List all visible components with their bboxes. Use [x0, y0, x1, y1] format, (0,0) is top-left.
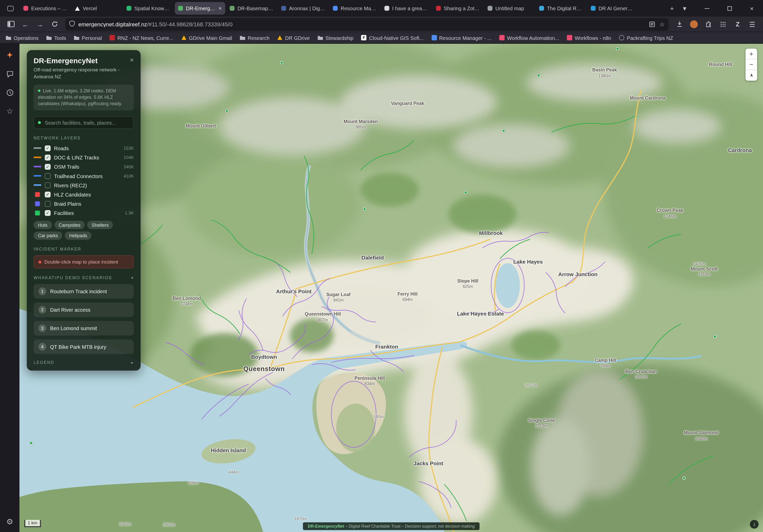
- layer-row[interactable]: Facilities 1.3K: [34, 208, 134, 218]
- bookmark-item[interactable]: GDrive Main Gmail: [181, 35, 232, 41]
- map-viewport[interactable]: Queenstown Frankton Boydtown Mil: [20, 44, 763, 532]
- bookmark-item[interactable]: Workflow Automation...: [499, 35, 559, 41]
- list-all-tabs-button[interactable]: ▾: [678, 3, 691, 14]
- layer-row[interactable]: Trailhead Connectors 410K: [34, 171, 134, 180]
- bookmarks-star-icon[interactable]: ☆: [4, 105, 16, 117]
- bookmark-item[interactable]: F Cloud-Native GIS Soft...: [361, 35, 423, 41]
- bookmark-item[interactable]: DR GDrive: [277, 35, 310, 41]
- layer-checkbox[interactable]: [45, 210, 51, 216]
- tab-strip: Executions – n8n × Vercel × Spatial Know…: [20, 2, 666, 15]
- facility-chip[interactable]: Huts: [34, 221, 52, 229]
- browser-tab[interactable]: DR-Basemap - Digital ×: [226, 2, 277, 15]
- demo-scenarios-heading[interactable]: WHAKATIPU DEMO SCENARIOS▾: [34, 275, 134, 280]
- chat-bubble-icon[interactable]: [4, 68, 16, 80]
- layer-row[interactable]: OSM Trails 340K: [34, 162, 134, 171]
- new-tab-button[interactable]: +: [666, 3, 678, 14]
- layer-row[interactable]: HLZ Candidates: [34, 190, 134, 199]
- layer-checkbox[interactable]: [45, 145, 51, 151]
- apps-grid-icon[interactable]: [716, 18, 730, 30]
- chevron-down-icon[interactable]: ▾: [131, 276, 134, 280]
- info-button[interactable]: i: [750, 520, 759, 529]
- scenario-button[interactable]: 4 QT Bike Park MTB injury: [34, 340, 134, 354]
- scenario-button[interactable]: 3 Ben Lomond summit: [34, 321, 134, 335]
- bookmark-item[interactable]: Workflows - n8n: [567, 35, 611, 41]
- scenario-label: Dart River access: [50, 307, 90, 313]
- scenario-button[interactable]: 1 Routeburn Track incident: [34, 284, 134, 299]
- layer-row[interactable]: DOC & LINZ Tracks 104K: [34, 153, 134, 162]
- bookmark-label: Resource Manager - ...: [439, 35, 491, 41]
- layer-count: 410K: [124, 173, 134, 178]
- menu-hamburger-icon[interactable]: ☰: [746, 18, 759, 30]
- layer-checkbox[interactable]: [45, 201, 51, 207]
- scenario-number-badge: 1: [39, 287, 46, 295]
- tab-title: Spatial Knowledge: [134, 5, 170, 11]
- scenario-label: Ben Lomond summit: [50, 325, 97, 331]
- panel-close-icon[interactable]: ×: [130, 56, 134, 63]
- tab-close-icon[interactable]: ×: [218, 5, 222, 11]
- bookmark-item[interactable]: Packrafting Trips NZ: [619, 35, 673, 41]
- tab-title: DR AI Generated: [599, 5, 635, 11]
- zoom-out-button[interactable]: −: [746, 59, 757, 70]
- layer-checkbox[interactable]: [45, 154, 51, 160]
- bookmark-item[interactable]: Research: [240, 35, 270, 41]
- zoom-in-button[interactable]: +: [746, 48, 757, 59]
- browser-tab[interactable]: Vercel ×: [71, 2, 122, 15]
- layer-checkbox[interactable]: [45, 173, 51, 179]
- bookmark-star-icon[interactable]: ☆: [660, 21, 665, 28]
- bookmark-item[interactable]: Operations: [6, 35, 39, 41]
- bookmark-favicon: [567, 35, 572, 41]
- bookmark-item[interactable]: Resource Manager - ...: [431, 35, 491, 41]
- browser-tab[interactable]: DR-Emergency ×: [174, 2, 225, 15]
- zotero-icon[interactable]: Z: [731, 18, 745, 30]
- browser-tab[interactable]: Aronnax | Digital Reef ×: [278, 2, 329, 15]
- layer-row[interactable]: Rivers (REC2): [34, 180, 134, 190]
- search-input[interactable]: [34, 116, 134, 129]
- layer-checkbox[interactable]: [45, 182, 51, 188]
- tab-title: Executions – n8n: [31, 5, 67, 11]
- reader-mode-icon[interactable]: [649, 21, 655, 27]
- extensions-puzzle-icon[interactable]: [702, 18, 715, 30]
- url-bar[interactable]: emergencynet.digitalreef.nz/#11.50/-44.9…: [65, 18, 669, 30]
- close-window-button[interactable]: ×: [741, 0, 763, 17]
- minimize-button[interactable]: [696, 0, 718, 17]
- maximize-button[interactable]: [718, 0, 740, 17]
- layer-swatch: [34, 166, 41, 167]
- profile-avatar[interactable]: [687, 18, 701, 30]
- tracking-shield-icon[interactable]: [69, 20, 75, 29]
- layer-row[interactable]: Braid Plains: [34, 199, 134, 208]
- sidebar-toggle-icon[interactable]: [4, 18, 17, 30]
- forward-button[interactable]: →: [33, 18, 47, 30]
- layer-label: DOC & LINZ Tracks: [54, 154, 120, 160]
- bookmark-item[interactable]: Stewardship: [317, 35, 353, 41]
- legend-heading[interactable]: LEGEND▸: [34, 360, 134, 365]
- layer-row[interactable]: Roads 153K: [34, 143, 134, 153]
- history-clock-icon[interactable]: [4, 86, 16, 98]
- facility-chip[interactable]: Shelters: [87, 221, 113, 229]
- browser-tab[interactable]: Resource Manag ×: [330, 2, 380, 15]
- facility-chip[interactable]: Helipads: [65, 231, 91, 240]
- browser-tab[interactable]: Spatial Knowledge ×: [123, 2, 174, 15]
- firefox-view-icon[interactable]: [4, 3, 16, 14]
- layer-checkbox[interactable]: [45, 164, 51, 170]
- reload-button[interactable]: [48, 18, 61, 30]
- layer-checkbox[interactable]: [45, 191, 51, 197]
- tab-title: Untitled map: [495, 5, 531, 11]
- ai-sparkle-icon[interactable]: [4, 49, 16, 61]
- compass-reset-button[interactable]: [746, 70, 757, 81]
- bookmark-item[interactable]: Personal: [74, 35, 102, 41]
- downloads-icon[interactable]: [672, 18, 686, 30]
- browser-tab[interactable]: Executions – n8n ×: [20, 2, 71, 15]
- bookmark-item[interactable]: Tools: [46, 35, 66, 41]
- browser-tab[interactable]: DR AI Generated ×: [587, 2, 638, 15]
- browser-tab[interactable]: Sharing a Zotero ×: [433, 2, 484, 15]
- browser-tab[interactable]: Untitled map ×: [484, 2, 535, 15]
- browser-tab[interactable]: The Digital Reef ( ×: [536, 2, 586, 15]
- back-button[interactable]: ←: [18, 18, 32, 30]
- facility-chip[interactable]: Campsites: [54, 221, 85, 229]
- facility-chip[interactable]: Car parks: [34, 231, 62, 240]
- bookmark-item[interactable]: RNZ - NZ News, Curre...: [110, 35, 173, 41]
- chevron-right-icon[interactable]: ▸: [131, 360, 134, 364]
- scenario-button[interactable]: 2 Dart River access: [34, 303, 134, 317]
- settings-gear-icon[interactable]: ⚙: [4, 516, 16, 527]
- browser-tab[interactable]: I have a great ma ×: [381, 2, 432, 15]
